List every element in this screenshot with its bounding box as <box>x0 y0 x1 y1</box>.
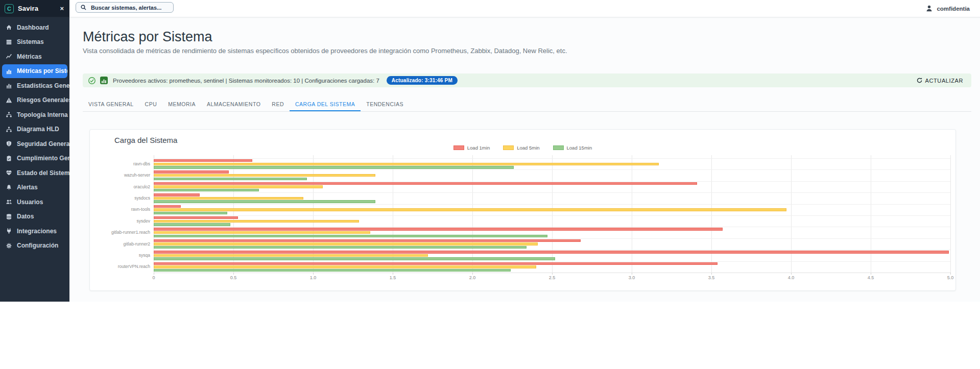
sidebar-item-label: Estado del Sistema <box>17 169 69 177</box>
sidebar-item-cumplimiento-general[interactable]: Cumplimiento General <box>0 152 69 165</box>
bar-ravn-dbs-load-1min <box>154 159 252 162</box>
bar-routervpn-reach-load-1min <box>154 262 718 265</box>
sidebar-item-label: Métricas por Sistema <box>17 67 67 75</box>
chart-legend: Load 1minLoad 5minLoad 15min <box>89 145 956 151</box>
sidebar-item-estad-sticas-generales[interactable]: Estadísticas Generales <box>0 79 69 92</box>
heart-pulse-icon <box>6 169 12 176</box>
tab-carga-del-sistema[interactable]: CARGA DEL SISTEMA <box>290 97 361 111</box>
database-icon <box>6 213 12 220</box>
sidebar-item-seguridad-general[interactable]: Seguridad General <box>0 137 69 151</box>
bar-sysdev-load-1min <box>154 216 238 219</box>
x-axis-label: 3.0 <box>622 275 642 280</box>
bar-wazuh-server-load-15min <box>154 178 307 181</box>
sidebar-item-m-tricas[interactable]: Métricas <box>0 50 69 63</box>
gridline-y <box>154 238 950 239</box>
sitemap-icon <box>6 111 12 118</box>
sidebar-item-diagrama-hld[interactable]: Diagrama HLD <box>0 122 69 136</box>
bar-ravn-tools-load-5min <box>154 208 786 211</box>
x-axis-label: 2.5 <box>542 275 562 280</box>
sidebar-item-sistemas[interactable]: Sistemas <box>0 35 69 49</box>
sidebar-item-label: Integraciones <box>17 228 57 235</box>
search-input[interactable] <box>90 4 169 11</box>
sidebar-item-label: Sistemas <box>17 38 44 45</box>
legend-item-load-1min[interactable]: Load 1min <box>453 145 490 151</box>
gridline-x-3.0 <box>632 155 632 273</box>
y-axis-label-wazuh-server: wazuh-server <box>77 173 150 178</box>
gridline-y <box>154 181 950 182</box>
user-menu[interactable]: comfidentia <box>925 0 970 17</box>
sidebar-item-topolog-a-interna[interactable]: Topología Interna <box>0 108 69 121</box>
tab-red[interactable]: RED <box>266 97 290 111</box>
sidebar-item-integraciones[interactable]: Integraciones <box>0 224 69 238</box>
legend-item-load-15min[interactable]: Load 15min <box>553 145 592 151</box>
refresh-button[interactable]: ACTUALIZAR <box>913 77 966 84</box>
x-axis-label: 1.0 <box>303 275 323 280</box>
bar-chart-badge-icon <box>100 77 108 84</box>
sidebar-item-label: Alertas <box>17 184 38 191</box>
bar-sysdocs-load-5min <box>154 197 303 200</box>
page-subtitle: Vista consolidada de métricas de rendimi… <box>83 47 567 55</box>
gridline-y <box>154 250 950 250</box>
y-axis-label-sysqa: sysqa <box>77 253 150 258</box>
chart-plot <box>154 155 950 273</box>
y-axis-label-ravn-tools: ravn-tools <box>77 207 150 212</box>
clipboard-check-icon <box>6 155 12 162</box>
sidebar-item-label: Seguridad General <box>17 140 69 147</box>
tab-tendencias[interactable]: TENDENCIAS <box>361 97 409 111</box>
brand-logo: C <box>5 4 14 13</box>
tab-almacenamiento[interactable]: ALMACENAMIENTO <box>201 97 266 111</box>
x-axis-label: 0 <box>144 275 164 280</box>
gridline-y <box>154 192 950 193</box>
close-icon[interactable]: × <box>59 5 65 12</box>
x-axis-label: 1.5 <box>383 275 403 280</box>
sidebar-item-usuarios[interactable]: Usuarios <box>0 195 69 209</box>
gridline-y <box>154 215 950 216</box>
bar-sysqa-load-5min <box>154 254 428 257</box>
gear-icon <box>6 242 12 249</box>
gridline-y <box>154 261 950 262</box>
gridline-x-4.5 <box>871 155 871 273</box>
bar-ravn-dbs-load-15min <box>154 166 514 169</box>
gridline-y <box>154 204 950 205</box>
updated-badge: Actualizado: 3:31:46 PM <box>387 76 458 85</box>
sidebar-item-configuraci-n[interactable]: Configuración <box>0 239 69 253</box>
bar-ravn-dbs-load-5min <box>154 163 659 166</box>
bell-icon <box>6 184 12 191</box>
legend-swatch-load-1min <box>453 145 464 150</box>
tick-x-5.0 <box>950 273 951 275</box>
sidebar-item-label: Estadísticas Generales <box>17 82 69 89</box>
bar-sysqa-load-15min <box>154 257 555 260</box>
sidebar-item-riesgos-generales[interactable]: Riesgos Generales <box>0 93 69 107</box>
legend-item-load-5min[interactable]: Load 5min <box>503 145 539 151</box>
server-icon <box>6 39 12 45</box>
sidebar-item-datos[interactable]: Datos <box>0 210 69 224</box>
search-box[interactable] <box>76 2 174 13</box>
gridline-y <box>154 158 950 159</box>
tab-vista-general[interactable]: VISTA GENERAL <box>83 97 139 111</box>
user-name: comfidentia <box>937 6 970 12</box>
sidebar-item-estado-del-sistema[interactable]: Estado del Sistema <box>0 166 69 180</box>
plug-icon <box>6 228 12 234</box>
x-axis-label: 3.5 <box>701 275 722 280</box>
chart-title: Carga del Sistema <box>114 136 177 144</box>
gridline-y <box>154 273 950 273</box>
bar-gitlab-runner2-load-5min <box>154 242 538 245</box>
y-axis-label-sysdocs: sysdocs <box>77 195 150 201</box>
tab-cpu[interactable]: CPU <box>139 97 163 111</box>
sidebar-item-alertas[interactable]: Alertas <box>0 181 69 194</box>
gridline-x-4.0 <box>791 155 792 273</box>
bar-routervpn-reach-load-15min <box>154 269 511 272</box>
sidebar-item-m-tricas-por-sistema[interactable]: Métricas por Sistema <box>2 64 67 78</box>
bar-wazuh-server-load-1min <box>154 170 229 174</box>
warning-icon <box>6 97 12 104</box>
tab-memoria[interactable]: MEMORIA <box>162 97 201 111</box>
x-axis-label: 4.5 <box>861 275 881 280</box>
sidebar-item-label: Cumplimiento General <box>17 155 69 162</box>
x-axis-label: 5.0 <box>940 275 961 280</box>
sidebar-item-dashboard[interactable]: Dashboard <box>0 20 69 34</box>
gridline-x-2.5 <box>552 155 553 273</box>
gridline-y <box>154 227 950 227</box>
brand-name: Savira <box>18 5 55 12</box>
bar-gitlab-runner1-reach-load-5min <box>154 231 370 234</box>
bar-gitlab-runner1-reach-load-1min <box>154 228 723 231</box>
